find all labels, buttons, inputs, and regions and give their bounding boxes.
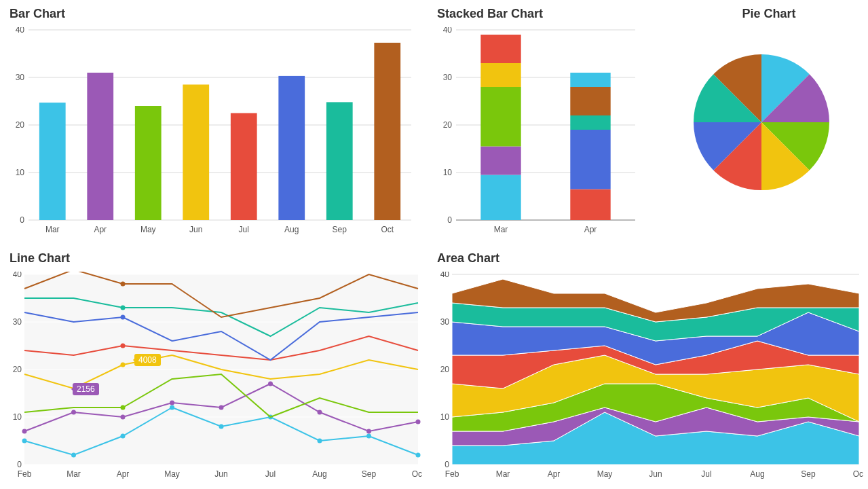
line-chart-title: Line Chart: [10, 251, 429, 268]
svg-text:Apr: Apr: [117, 469, 130, 479]
svg-point-85: [366, 429, 371, 434]
svg-rect-43: [570, 130, 610, 189]
svg-text:40: 40: [440, 272, 450, 279]
svg-point-80: [121, 415, 126, 420]
bar-chart: 010203040MarAprMayJunJulAugSepOct: [8, 27, 415, 238]
svg-text:10: 10: [16, 168, 25, 177]
svg-text:Sep: Sep: [333, 225, 347, 234]
svg-text:0: 0: [17, 460, 22, 469]
svg-point-81: [170, 401, 174, 405]
svg-text:May: May: [597, 469, 613, 479]
svg-text:0: 0: [447, 215, 452, 225]
pie-chart-title: Pie Chart: [661, 7, 868, 23]
svg-rect-24: [374, 43, 400, 220]
line-chart-panel: Line Chart 010203040FebMarAprMayJunJulAu…: [8, 251, 429, 489]
svg-text:Feb: Feb: [445, 469, 459, 479]
svg-rect-18: [231, 113, 257, 221]
pie-chart-panel: Pie Chart: [660, 7, 868, 244]
svg-text:Jul: Jul: [265, 469, 276, 479]
svg-rect-39: [480, 87, 521, 147]
svg-text:Oct: Oct: [412, 469, 422, 479]
svg-point-77: [416, 453, 421, 458]
svg-text:20: 20: [440, 365, 450, 374]
svg-rect-41: [480, 35, 521, 63]
svg-point-70: [71, 453, 76, 458]
svg-text:Mar: Mar: [67, 469, 81, 479]
svg-text:30: 30: [13, 317, 22, 327]
svg-point-76: [366, 434, 371, 439]
line-chart: 010203040FebMarAprMayJunJulAugSepOct: [8, 272, 422, 482]
svg-text:Mar: Mar: [494, 225, 508, 234]
svg-text:Aug: Aug: [284, 225, 299, 234]
svg-point-92: [121, 405, 126, 410]
svg-text:Jul: Jul: [701, 469, 711, 479]
svg-text:Oct: Oct: [853, 469, 863, 479]
svg-rect-45: [570, 87, 610, 115]
stacked-bar-chart-panel: Stacked Bar Chart 010203040MarApr: [436, 7, 653, 244]
svg-point-90: [121, 344, 126, 348]
svg-point-84: [318, 410, 322, 415]
bar-chart-title: Bar Chart: [10, 7, 429, 23]
svg-text:20: 20: [16, 120, 25, 130]
pie-chart: [660, 27, 863, 217]
area-chart-panel: Area Chart 010203040FebMarAprMayJunJulAu…: [436, 251, 868, 489]
svg-point-88: [121, 306, 126, 310]
svg-point-71: [121, 434, 126, 439]
svg-text:Jun: Jun: [189, 225, 202, 234]
stacked-bar-chart: 010203040MarApr: [436, 27, 639, 238]
svg-rect-37: [480, 175, 521, 221]
line-chart-tooltip-purple: 2156: [73, 383, 99, 395]
svg-text:Apr: Apr: [584, 225, 597, 234]
svg-text:0: 0: [445, 460, 449, 469]
svg-point-89: [121, 315, 126, 320]
area-chart: 010203040FebMarAprMayJunJulAugSepOct: [436, 272, 863, 482]
svg-rect-14: [135, 106, 162, 220]
svg-rect-10: [39, 103, 66, 220]
svg-text:Oct: Oct: [381, 225, 394, 234]
svg-text:40: 40: [16, 27, 25, 35]
svg-text:30: 30: [443, 73, 453, 82]
svg-text:Sep: Sep: [362, 469, 377, 479]
svg-text:Feb: Feb: [18, 469, 32, 479]
svg-rect-40: [480, 63, 521, 87]
svg-point-72: [170, 405, 174, 410]
svg-text:10: 10: [440, 412, 450, 422]
svg-rect-46: [570, 73, 610, 87]
svg-text:Apr: Apr: [94, 225, 107, 234]
svg-text:20: 20: [13, 365, 22, 374]
svg-rect-42: [570, 189, 610, 221]
area-chart-title: Area Chart: [437, 251, 868, 268]
svg-text:0: 0: [20, 215, 24, 225]
svg-text:Sep: Sep: [801, 469, 816, 479]
svg-text:Jun: Jun: [214, 469, 227, 479]
svg-text:Jul: Jul: [239, 225, 249, 234]
svg-point-87: [121, 282, 126, 287]
svg-point-78: [22, 429, 27, 434]
svg-text:30: 30: [16, 73, 25, 82]
svg-text:Mar: Mar: [496, 469, 510, 479]
svg-text:Mar: Mar: [45, 225, 60, 234]
svg-text:10: 10: [443, 168, 453, 177]
svg-rect-22: [326, 102, 353, 220]
svg-text:May: May: [140, 225, 156, 234]
svg-point-73: [219, 424, 224, 429]
svg-text:Aug: Aug: [750, 469, 764, 479]
svg-text:40: 40: [13, 272, 22, 279]
svg-point-75: [318, 439, 322, 443]
svg-text:Apr: Apr: [548, 469, 561, 479]
svg-point-79: [71, 410, 76, 415]
bar-chart-panel: Bar Chart 010203040MarAprMayJunJulAugSep…: [8, 7, 429, 244]
svg-point-82: [219, 405, 224, 410]
svg-text:30: 30: [440, 317, 450, 327]
svg-rect-38: [480, 147, 521, 175]
svg-point-69: [22, 439, 27, 443]
svg-point-86: [416, 420, 421, 424]
svg-text:10: 10: [13, 412, 22, 422]
svg-text:40: 40: [443, 27, 453, 35]
svg-rect-20: [278, 76, 305, 220]
svg-rect-44: [570, 115, 610, 130]
svg-point-83: [268, 382, 273, 386]
svg-text:20: 20: [443, 120, 453, 130]
svg-rect-16: [183, 85, 209, 221]
stacked-bar-chart-title: Stacked Bar Chart: [437, 7, 653, 23]
